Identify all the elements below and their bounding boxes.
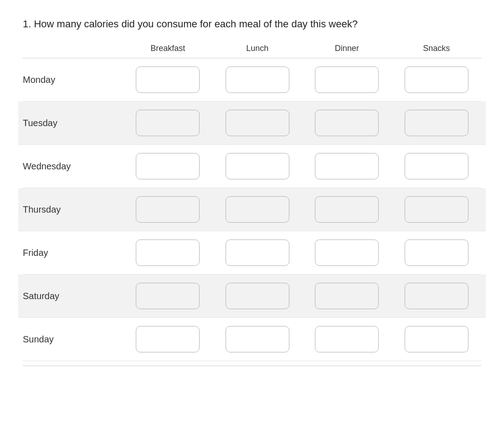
header-day bbox=[23, 44, 123, 53]
table-row: Friday bbox=[23, 231, 481, 275]
input-cell-sunday-snacks bbox=[392, 326, 482, 352]
input-cell-monday-lunch bbox=[213, 66, 303, 93]
input-cell-tuesday-lunch bbox=[213, 110, 303, 136]
input-cell-friday-dinner bbox=[302, 239, 392, 266]
input-cell-tuesday-breakfast bbox=[123, 110, 213, 136]
input-wednesday-breakfast[interactable] bbox=[136, 153, 200, 179]
input-wednesday-dinner[interactable] bbox=[315, 153, 379, 179]
table-row: Monday bbox=[23, 58, 481, 102]
day-label-sunday: Sunday bbox=[23, 334, 123, 345]
input-cell-sunday-lunch bbox=[213, 326, 303, 352]
input-sunday-lunch[interactable] bbox=[226, 326, 289, 352]
input-saturday-lunch[interactable] bbox=[226, 283, 289, 309]
input-friday-breakfast[interactable] bbox=[136, 239, 200, 266]
input-cell-thursday-dinner bbox=[302, 196, 392, 223]
input-friday-lunch[interactable] bbox=[226, 239, 289, 266]
input-friday-dinner[interactable] bbox=[315, 239, 379, 266]
input-cell-monday-dinner bbox=[302, 66, 392, 93]
input-monday-lunch[interactable] bbox=[226, 66, 289, 93]
input-saturday-dinner[interactable] bbox=[315, 283, 379, 309]
input-cell-tuesday-snacks bbox=[392, 110, 482, 136]
day-label-monday: Monday bbox=[23, 75, 123, 85]
input-wednesday-snacks[interactable] bbox=[405, 153, 468, 179]
day-label-thursday: Thursday bbox=[23, 204, 123, 215]
header-lunch: Lunch bbox=[213, 44, 303, 53]
input-cell-monday-snacks bbox=[392, 66, 482, 93]
header-breakfast: Breakfast bbox=[123, 44, 213, 53]
input-cell-thursday-breakfast bbox=[123, 196, 213, 223]
table-body: MondayTuesdayWednesdayThursdayFridaySatu… bbox=[23, 58, 481, 361]
table-row: Wednesday bbox=[23, 145, 481, 188]
input-saturday-snacks[interactable] bbox=[405, 283, 468, 309]
table-row: Tuesday bbox=[18, 102, 486, 145]
day-label-saturday: Saturday bbox=[23, 291, 123, 301]
input-tuesday-dinner[interactable] bbox=[315, 110, 379, 136]
input-thursday-breakfast[interactable] bbox=[136, 196, 200, 223]
input-thursday-dinner[interactable] bbox=[315, 196, 379, 223]
input-cell-wednesday-snacks bbox=[392, 153, 482, 179]
input-saturday-breakfast[interactable] bbox=[136, 283, 200, 309]
input-tuesday-breakfast[interactable] bbox=[136, 110, 200, 136]
input-monday-breakfast[interactable] bbox=[136, 66, 200, 93]
question-title: 1. How many calories did you consume for… bbox=[23, 18, 481, 30]
input-cell-thursday-lunch bbox=[213, 196, 303, 223]
header-snacks: Snacks bbox=[392, 44, 482, 53]
input-cell-friday-snacks bbox=[392, 239, 482, 266]
day-label-wednesday: Wednesday bbox=[23, 161, 123, 172]
input-cell-thursday-snacks bbox=[392, 196, 482, 223]
input-cell-sunday-dinner bbox=[302, 326, 392, 352]
input-cell-monday-breakfast bbox=[123, 66, 213, 93]
input-sunday-snacks[interactable] bbox=[405, 326, 468, 352]
input-cell-friday-lunch bbox=[213, 239, 303, 266]
input-monday-snacks[interactable] bbox=[405, 66, 468, 93]
input-tuesday-snacks[interactable] bbox=[405, 110, 468, 136]
input-monday-dinner[interactable] bbox=[315, 66, 379, 93]
input-sunday-dinner[interactable] bbox=[315, 326, 379, 352]
input-cell-wednesday-lunch bbox=[213, 153, 303, 179]
calories-table: Breakfast Lunch Dinner Snacks MondayTues… bbox=[23, 44, 481, 366]
table-bottom-border bbox=[23, 366, 481, 366]
input-cell-sunday-breakfast bbox=[123, 326, 213, 352]
input-sunday-breakfast[interactable] bbox=[136, 326, 200, 352]
day-label-tuesday: Tuesday bbox=[23, 118, 123, 128]
table-header: Breakfast Lunch Dinner Snacks bbox=[23, 44, 481, 58]
input-thursday-lunch[interactable] bbox=[226, 196, 289, 223]
input-thursday-snacks[interactable] bbox=[405, 196, 468, 223]
input-tuesday-lunch[interactable] bbox=[226, 110, 289, 136]
input-cell-saturday-breakfast bbox=[123, 283, 213, 309]
day-label-friday: Friday bbox=[23, 248, 123, 258]
input-cell-saturday-dinner bbox=[302, 283, 392, 309]
header-dinner: Dinner bbox=[302, 44, 392, 53]
input-cell-friday-breakfast bbox=[123, 239, 213, 266]
input-cell-wednesday-breakfast bbox=[123, 153, 213, 179]
input-cell-saturday-lunch bbox=[213, 283, 303, 309]
input-friday-snacks[interactable] bbox=[405, 239, 468, 266]
input-cell-saturday-snacks bbox=[392, 283, 482, 309]
table-row: Saturday bbox=[18, 275, 486, 318]
table-row: Thursday bbox=[18, 188, 486, 231]
input-cell-tuesday-dinner bbox=[302, 110, 392, 136]
input-cell-wednesday-dinner bbox=[302, 153, 392, 179]
table-row: Sunday bbox=[23, 318, 481, 361]
input-wednesday-lunch[interactable] bbox=[226, 153, 289, 179]
